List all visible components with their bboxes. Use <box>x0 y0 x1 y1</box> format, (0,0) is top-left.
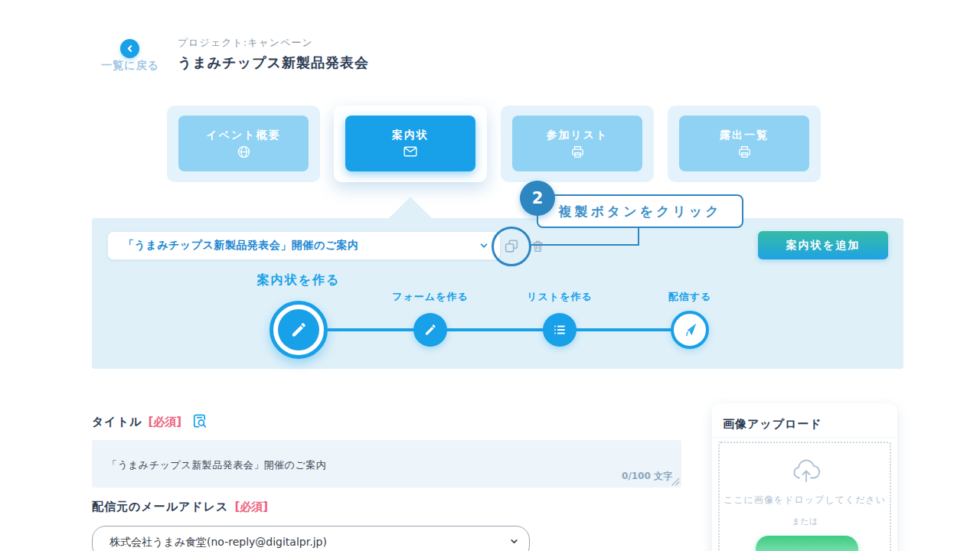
mail-icon <box>403 145 418 158</box>
image-upload-panel: 画像アップロード ここに画像をドロップしてください または <box>712 403 897 551</box>
image-drop-zone[interactable]: ここに画像をドロップしてください または <box>718 442 891 551</box>
title-value: 「うまみチップス新製品発表会」開催のご案内 <box>107 458 326 472</box>
required-badge: [必須] <box>148 415 181 429</box>
project-type-label: プロジェクト:キャンペーン <box>178 36 313 50</box>
stepper-node-create-list[interactable] <box>543 313 577 347</box>
stepper-label-create-invitation: 案内状を作る <box>245 272 352 289</box>
active-tab-pointer <box>389 197 432 218</box>
tab-label: 参加リスト <box>547 129 609 142</box>
sender-email-select[interactable]: 株式会社うまみ食堂(no-reply@digitalpr.jp) <box>92 526 530 551</box>
sender-email-value: 株式会社うまみ食堂(no-reply@digitalpr.jp) <box>109 536 327 549</box>
tab-invitation[interactable]: 案内状 <box>345 116 475 171</box>
title-preview-button[interactable] <box>191 412 208 430</box>
resize-handle[interactable] <box>671 478 680 486</box>
pencil-icon <box>423 323 437 337</box>
printer-icon <box>737 145 752 159</box>
trash-icon <box>531 239 545 253</box>
tab-container-invitation: 案内状 <box>334 106 487 182</box>
printer-icon <box>570 145 585 159</box>
step-number-badge: 2 <box>520 181 555 216</box>
tab-container-event-overview: イベント概要 <box>167 106 320 182</box>
title-label: タイトル <box>92 415 142 429</box>
page-title: うまみチップス新製品発表会 <box>178 54 369 72</box>
step-number: 2 <box>532 189 544 207</box>
annotation-connector-line <box>638 227 639 246</box>
char-counter: 0/100 文字 <box>622 470 672 483</box>
globe-icon <box>237 145 251 159</box>
tab-event-overview[interactable]: イベント概要 <box>178 116 309 171</box>
annotation-tooltip-text: 複製ボタンをクリック <box>558 203 721 220</box>
tab-container-exposure-list: 露出一覧 <box>668 106 821 182</box>
stepper-label-create-list: リストを作る <box>514 290 606 304</box>
divider <box>712 437 897 438</box>
annotation-connector-line <box>531 244 639 246</box>
stepper-node-send[interactable] <box>671 311 709 349</box>
invitation-select-value: 「うまみチップス新製品発表会」開催のご案内 <box>123 239 358 253</box>
stepper-node-inner <box>278 309 319 350</box>
title-field-header: タイトル [必須] <box>92 413 208 430</box>
sender-label: 配信元のメールアドレス <box>92 500 228 514</box>
document-search-icon <box>191 412 208 430</box>
tab-container-participant-list: 参加リスト <box>501 106 654 182</box>
tab-label: 露出一覧 <box>720 129 769 142</box>
back-button-label[interactable]: 一覧に戻る <box>100 59 161 73</box>
or-text: または <box>720 516 890 527</box>
image-upload-title: 画像アップロード <box>723 417 822 432</box>
chevron-down-icon <box>479 240 489 251</box>
stepper-label-send: 配信する <box>644 290 736 304</box>
stepper-connector-line <box>299 328 690 331</box>
stepper-node-create-invitation[interactable] <box>270 301 328 359</box>
stepper-label-create-form: フォームを作る <box>384 290 476 304</box>
select-image-button[interactable] <box>756 536 858 551</box>
tab-label: イベント概要 <box>206 129 280 142</box>
chevron-left-icon <box>125 44 135 54</box>
back-button[interactable] <box>120 39 139 58</box>
pencil-icon <box>289 321 308 339</box>
tab-participant-list[interactable]: 参加リスト <box>512 116 642 171</box>
drop-zone-text: ここに画像をドロップしてください <box>720 494 890 507</box>
required-badge: [必須] <box>234 500 268 514</box>
cloud-upload-icon <box>791 458 822 483</box>
invitation-select[interactable]: 「うまみチップス新製品発表会」開催のご案内 <box>107 231 501 260</box>
send-icon <box>681 321 698 338</box>
delete-button[interactable] <box>531 239 545 253</box>
list-icon <box>553 323 567 337</box>
tab-label: 案内状 <box>392 129 429 142</box>
sender-field-header: 配信元のメールアドレス [必須] <box>92 500 268 514</box>
stepper-node-create-form[interactable] <box>413 313 447 347</box>
add-invitation-button[interactable]: 案内状を追加 <box>758 231 888 259</box>
tab-exposure-list[interactable]: 露出一覧 <box>679 116 809 171</box>
chevron-down-icon <box>509 536 519 546</box>
annotation-highlight-circle <box>492 227 531 266</box>
annotation-tooltip: 複製ボタンをクリック <box>537 194 743 228</box>
title-textarea[interactable]: 「うまみチップス新製品発表会」開催のご案内 0/100 文字 <box>92 440 681 487</box>
